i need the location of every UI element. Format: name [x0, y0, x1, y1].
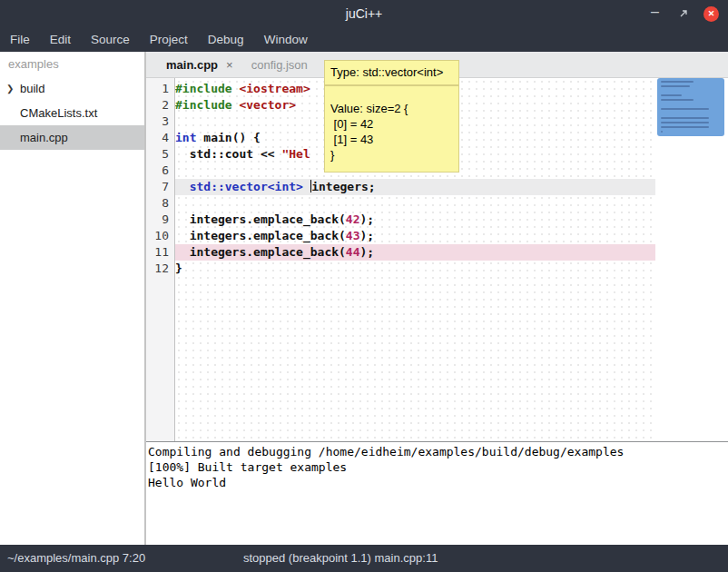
code-line-10[interactable]: integers.emplace_back(43);	[175, 228, 655, 244]
code-token: cout	[225, 147, 253, 161]
code-token: () {	[232, 131, 261, 144]
code-token	[175, 229, 190, 242]
code-token: integers	[190, 212, 247, 226]
code-token: );	[360, 212, 375, 226]
source-map-line	[661, 108, 709, 110]
tree-item-build[interactable]: ❯build	[0, 76, 144, 101]
file-tree: ❯buildCMakeLists.txtmain.cpp	[0, 76, 144, 150]
code-token: (	[339, 229, 346, 242]
tree-item-label: main.cpp	[20, 131, 68, 144]
code-token	[175, 245, 190, 259]
code-token: <iostream>	[239, 82, 310, 95]
tab-label: config.json	[251, 58, 308, 72]
line-number[interactable]: 11	[146, 244, 174, 261]
code-token: );	[360, 229, 375, 242]
menu-item-debug[interactable]: Debug	[198, 27, 254, 52]
restore-icon	[678, 8, 689, 19]
menu-bar: FileEditSourceProjectDebugWindow	[0, 27, 728, 52]
line-number[interactable]: 7	[146, 179, 174, 195]
chevron-right-icon[interactable]: ❯	[6, 76, 14, 101]
source-map-line	[661, 117, 709, 119]
code-token: (	[339, 212, 346, 226]
code-token: emplace_back	[253, 212, 339, 226]
source-map-line	[661, 85, 690, 87]
line-number[interactable]: 6	[146, 163, 174, 179]
code-token: emplace_back	[253, 229, 339, 242]
tab-config-json[interactable]: config.json	[242, 52, 317, 77]
line-number[interactable]: 12	[146, 261, 174, 277]
menu-item-window[interactable]: Window	[254, 27, 318, 52]
status-bar: ~/examples/main.cpp 7:20 stopped (breakp…	[0, 545, 728, 572]
debug-type-tooltip: Type: std::vector<int>	[324, 60, 459, 85]
close-icon: ✕	[708, 9, 715, 18]
code-line-12[interactable]: }	[175, 261, 655, 277]
line-number[interactable]: 4	[146, 130, 174, 146]
code-line-7[interactable]: std::vector<int> integers;	[175, 179, 655, 195]
app-window: juCi++ – ✕ FileEditSourceProjectDebugWin…	[0, 0, 728, 572]
source-map-line	[661, 131, 663, 133]
code-token: 44	[346, 245, 360, 259]
code-token: "Hel	[281, 147, 310, 161]
code-token	[175, 180, 190, 193]
line-number-gutter: 123456789101112	[146, 78, 175, 444]
tree-item-label: CMakeLists.txt	[20, 106, 97, 120]
code-token: main	[203, 131, 231, 144]
line-number[interactable]: 3	[146, 113, 174, 130]
code-line-8[interactable]	[175, 195, 655, 212]
code-token: );	[360, 245, 375, 259]
tooltip-value-line: }	[330, 147, 458, 163]
line-number[interactable]: 2	[146, 97, 174, 113]
line-number[interactable]: 9	[146, 212, 174, 228]
source-map-line	[661, 81, 694, 83]
code-token: emplace_back	[253, 245, 339, 259]
debug-value-tooltip: Value: size=2 { [0] = 42 [1] = 43}	[324, 85, 459, 173]
source-map-line	[661, 126, 709, 128]
window-controls: – ✕	[647, 0, 719, 27]
source-map[interactable]	[655, 78, 728, 441]
code-token: #include	[175, 98, 232, 112]
restore-button[interactable]	[675, 6, 691, 22]
code-token: integers	[311, 180, 369, 193]
menu-item-edit[interactable]: Edit	[40, 27, 81, 52]
source-map-visible-region	[657, 78, 724, 136]
menu-item-source[interactable]: Source	[81, 27, 140, 52]
close-tab-icon[interactable]: ×	[226, 58, 233, 72]
project-name: examples	[0, 52, 144, 76]
line-number[interactable]: 10	[146, 228, 174, 244]
tooltip-value-line: [1] = 43	[330, 132, 458, 147]
code-line-11[interactable]: integers.emplace_back(44);	[175, 244, 655, 261]
line-number[interactable]: 5	[146, 146, 174, 163]
tree-item-cmakelists-txt[interactable]: CMakeLists.txt	[0, 101, 144, 125]
tree-item-label: build	[20, 82, 44, 95]
close-button[interactable]: ✕	[703, 6, 719, 22]
menu-item-project[interactable]: Project	[140, 27, 198, 52]
code-token: std::	[175, 147, 225, 161]
code-line-9[interactable]: integers.emplace_back(42);	[175, 212, 655, 228]
tooltip-value-line: [0] = 42	[330, 116, 458, 132]
code-token: integers	[190, 245, 247, 259]
tooltip-type-text: Type: std::vector<int>	[330, 65, 443, 79]
file-tree-panel: examples ❯buildCMakeLists.txtmain.cpp	[0, 52, 144, 545]
output-terminal: Compiling and debugging /home/eidheim/ex…	[146, 441, 728, 545]
code-token: <<	[253, 147, 281, 161]
code-token: #include	[175, 82, 232, 95]
line-number[interactable]: 8	[146, 195, 174, 212]
line-number[interactable]: 1	[146, 81, 174, 97]
code-token: .	[246, 229, 253, 242]
code-token	[175, 212, 190, 226]
minimize-button[interactable]: –	[647, 5, 663, 24]
menu-item-file[interactable]: File	[0, 27, 40, 52]
code-token: 42	[346, 212, 360, 226]
code-token: int	[175, 131, 196, 144]
code-token: integers	[190, 229, 247, 242]
terminal-line: [100%] Built target examples	[148, 459, 728, 475]
source-map-line	[661, 99, 694, 101]
tab-main-cpp[interactable]: main.cpp×	[157, 52, 242, 77]
tab-label: main.cpp	[166, 58, 218, 72]
tooltip-value-line: Value: size=2 {	[330, 101, 458, 116]
tree-item-main-cpp[interactable]: main.cpp	[0, 125, 144, 150]
code-token: .	[246, 212, 253, 226]
code-token	[303, 180, 310, 193]
code-token: .	[246, 245, 253, 259]
terminal-line: Compiling and debugging /home/eidheim/ex…	[148, 444, 728, 459]
